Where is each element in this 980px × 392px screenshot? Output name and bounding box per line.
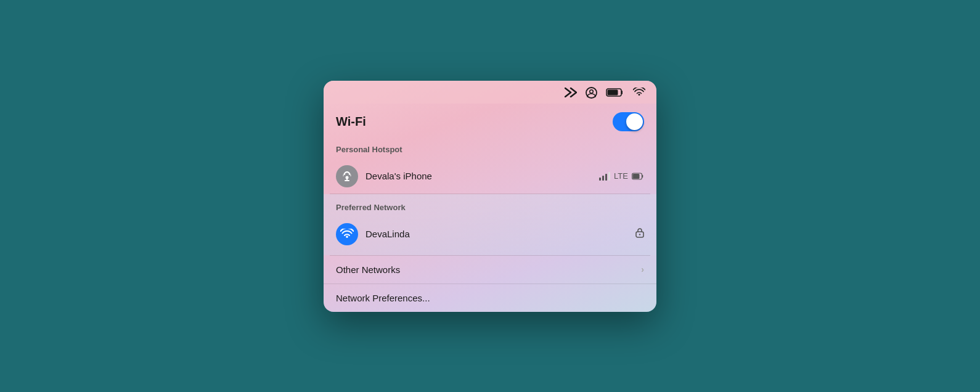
wifi-toggle[interactable]	[613, 112, 644, 131]
hotspot-status: LTE	[599, 171, 644, 181]
preferred-network-section: Preferred Network DevaLinda	[324, 194, 656, 255]
svg-rect-3	[608, 90, 618, 96]
signal-bar-1	[599, 178, 601, 181]
wifi-dropdown-panel: Wi-Fi Personal Hotspot Devala's iPh	[324, 81, 656, 312]
signal-bar-4	[608, 172, 610, 181]
battery-icon	[606, 88, 624, 97]
top-bar	[324, 81, 656, 104]
network-preferences-row[interactable]: Network Preferences...	[324, 284, 656, 312]
account-icon[interactable]	[586, 87, 597, 99]
toggle-knob	[626, 113, 643, 130]
other-networks-label: Other Networks	[336, 264, 400, 275]
personal-hotspot-section: Personal Hotspot Devala's iPhone	[324, 142, 656, 194]
preferred-network-name: DevaLinda	[365, 229, 628, 239]
wifi-network-icon	[336, 223, 358, 245]
hotspot-device-icon	[336, 165, 358, 187]
other-networks-row[interactable]: Other Networks ›	[324, 256, 656, 284]
panel-content: Wi-Fi Personal Hotspot Devala's iPh	[324, 81, 656, 312]
preferred-network-label: Preferred Network	[324, 200, 656, 217]
wifi-status-icon[interactable]	[633, 88, 645, 97]
svg-point-1	[590, 89, 594, 93]
device-battery-icon	[632, 173, 644, 180]
signal-bars	[599, 172, 610, 181]
chevron-right-icon: ›	[641, 264, 644, 274]
hotspot-device-name: Devala's iPhone	[365, 171, 592, 181]
signal-bar-3	[605, 174, 607, 181]
wifi-title: Wi-Fi	[336, 115, 366, 129]
network-preferences-label: Network Preferences...	[336, 293, 430, 303]
svg-point-10	[639, 234, 640, 235]
preferred-network-right	[635, 227, 644, 240]
lte-label: LTE	[614, 171, 628, 181]
wifi-header: Wi-Fi	[324, 104, 656, 142]
signal-bar-2	[602, 176, 604, 181]
svg-rect-8	[633, 174, 640, 179]
send-icon[interactable]	[565, 88, 577, 97]
preferred-network-item[interactable]: DevaLinda	[324, 217, 656, 251]
personal-hotspot-label: Personal Hotspot	[324, 142, 656, 159]
lock-icon	[635, 227, 644, 240]
hotspot-item[interactable]: Devala's iPhone LTE	[324, 159, 656, 194]
